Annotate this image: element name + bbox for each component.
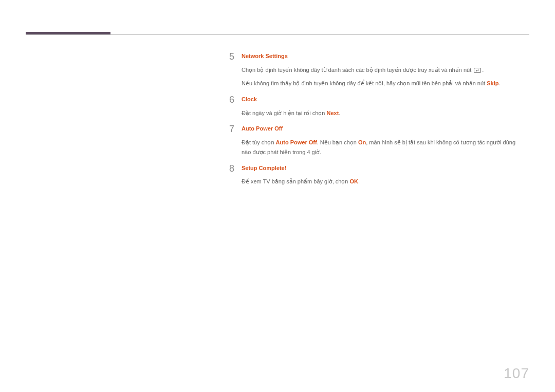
step-body: Network Settings Chọn bộ định tuyến khôn… — [242, 51, 519, 92]
step-number: 7 — [226, 124, 242, 135]
step-desc: Đặt tùy chọn Auto Power Off. Nếu bạn chọ… — [242, 138, 519, 157]
step-number: 5 — [226, 51, 242, 63]
desc-text: Đặt tùy chọn — [242, 139, 276, 145]
step-desc: Chọn bộ định tuyến không dây từ danh sác… — [242, 65, 519, 75]
desc-text: Chọn bộ định tuyến không dây từ danh sác… — [242, 67, 473, 73]
step-number: 8 — [226, 163, 242, 175]
step-title: Network Settings — [242, 51, 519, 61]
step-7: 7 Auto Power Off Đặt tùy chọn Auto Power… — [226, 124, 519, 161]
desc-text: . — [358, 178, 360, 184]
step-body: Clock Đặt ngày và giờ hiện tại rồi chọn … — [242, 95, 519, 122]
desc-text: . — [339, 110, 340, 116]
desc-text: Để xem TV bằng sản phẩm bây giờ, chọn — [242, 178, 350, 184]
page-number: 107 — [504, 365, 529, 382]
step-title: Auto Power Off — [242, 124, 519, 134]
step-8: 8 Setup Complete! Để xem TV bằng sản phẩ… — [226, 163, 519, 191]
step-body: Auto Power Off Đặt tùy chọn Auto Power O… — [242, 124, 519, 161]
step-number: 6 — [226, 95, 242, 106]
desc-text: . — [482, 67, 484, 73]
horizontal-rule — [26, 34, 529, 35]
desc-text: . — [498, 80, 500, 86]
inline-red: Skip — [487, 80, 498, 86]
step-title: Setup Complete! — [242, 163, 519, 173]
desc-text: Đặt ngày và giờ hiện tại rồi chọn — [242, 110, 327, 116]
inline-red: Next — [327, 110, 339, 116]
content-area: 5 Network Settings Chọn bộ định tuyến kh… — [226, 51, 519, 193]
step-5: 5 Network Settings Chọn bộ định tuyến kh… — [226, 51, 519, 92]
desc-text: Nếu không tìm thấy bộ định tuyến không d… — [242, 80, 487, 86]
step-desc-line2: Nếu không tìm thấy bộ định tuyến không d… — [242, 79, 519, 88]
step-6: 6 Clock Đặt ngày và giờ hiện tại rồi chọ… — [226, 95, 519, 122]
step-body: Setup Complete! Để xem TV bằng sản phẩm … — [242, 163, 519, 191]
enter-icon — [474, 68, 481, 73]
step-desc: Để xem TV bằng sản phẩm bây giờ, chọn OK… — [242, 177, 519, 186]
inline-red: Auto Power Off — [276, 139, 317, 145]
desc-text: . Nếu bạn chọn — [317, 139, 358, 145]
inline-red: OK — [350, 178, 359, 184]
step-title: Clock — [242, 95, 519, 104]
inline-red: On — [358, 139, 366, 145]
step-desc: Đặt ngày và giờ hiện tại rồi chọn Next. — [242, 108, 519, 118]
